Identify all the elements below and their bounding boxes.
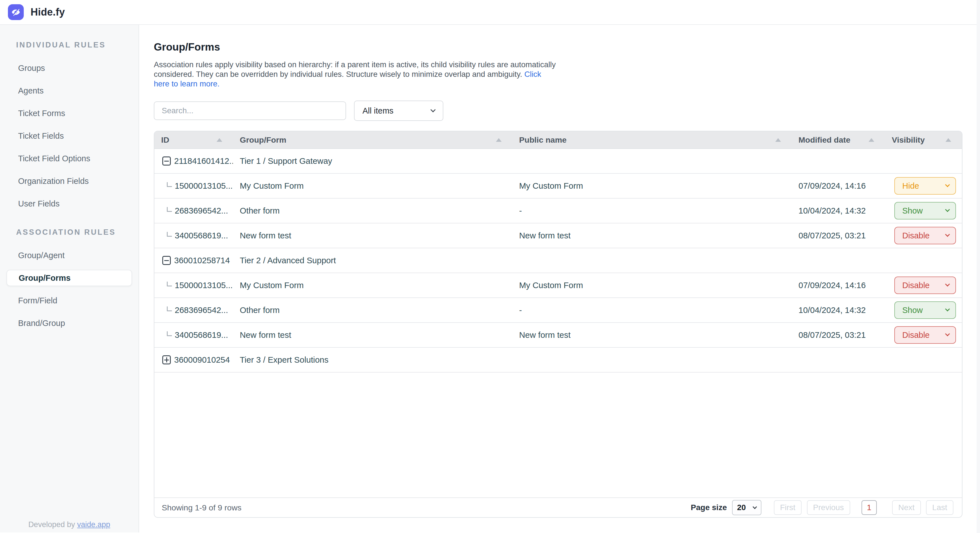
cell-visibility: Disable bbox=[885, 227, 962, 244]
pagination: Page size 20 First Previous 1 Next Last bbox=[691, 500, 953, 515]
sidebar-item-groups[interactable]: Groups bbox=[0, 57, 138, 79]
sort-icon[interactable] bbox=[216, 138, 222, 142]
cell-id: 2683696542... bbox=[154, 305, 233, 315]
column-header-modified-date[interactable]: Modified date bbox=[792, 135, 885, 144]
sidebar-section-label: ASSOCIATION RULES bbox=[16, 228, 138, 237]
sidebar-item-form-field[interactable]: Form/Field bbox=[0, 289, 138, 312]
tree-connector-icon bbox=[167, 182, 172, 187]
collapse-icon[interactable] bbox=[162, 256, 171, 265]
sort-icon[interactable] bbox=[775, 138, 781, 142]
table-controls: All items bbox=[154, 101, 980, 121]
tree-connector-icon bbox=[167, 306, 172, 311]
page-button-next: Next bbox=[892, 500, 921, 515]
cell-id: 15000013105... bbox=[154, 281, 233, 290]
tree-connector-icon bbox=[167, 207, 172, 212]
visibility-select[interactable]: Disable bbox=[894, 326, 956, 344]
sidebar-item-group-agent[interactable]: Group/Agent bbox=[0, 244, 138, 266]
table-row-child: 2683696542... Other form - 10/04/2024, 1… bbox=[154, 298, 962, 323]
visibility-value: Disable bbox=[902, 281, 930, 290]
table-row-child: 3400568619... New form test New form tes… bbox=[154, 224, 962, 248]
column-label: Modified date bbox=[799, 135, 851, 144]
id-text: 15000013105... bbox=[175, 281, 233, 290]
cell-id: 360010258714 bbox=[154, 255, 233, 265]
page-button-1[interactable]: 1 bbox=[862, 500, 877, 515]
chevron-down-icon bbox=[945, 182, 950, 187]
developed-by-text: Developed by bbox=[28, 520, 75, 529]
sidebar-item-ticket-field-options[interactable]: Ticket Field Options bbox=[0, 147, 138, 170]
visibility-value: Disable bbox=[902, 330, 930, 340]
page-description: Association rules apply visibility based… bbox=[154, 60, 558, 89]
cell-modified-date: 07/09/2024, 14:16 bbox=[792, 281, 885, 290]
column-header-group-form[interactable]: Group/Form bbox=[233, 135, 512, 144]
visibility-select[interactable]: Disable bbox=[894, 227, 956, 244]
cell-visibility: Show bbox=[885, 202, 962, 219]
cell-visibility: Disable bbox=[885, 276, 962, 294]
id-text: 2683696542... bbox=[175, 305, 228, 315]
visibility-select[interactable]: Show bbox=[894, 202, 956, 219]
column-header-id[interactable]: ID bbox=[154, 135, 233, 144]
column-header-visibility[interactable]: Visibility bbox=[885, 135, 962, 144]
column-header-public-name[interactable]: Public name bbox=[512, 135, 792, 144]
top-bar: Hide.fy bbox=[0, 0, 980, 25]
table-row-child: 3400568619... New form test New form tes… bbox=[154, 323, 962, 348]
sidebar-item-agents[interactable]: Agents bbox=[0, 79, 138, 102]
chevron-down-icon bbox=[945, 307, 950, 312]
cell-group-form: New form test bbox=[233, 231, 512, 240]
cell-group-form: Tier 1 / Support Gateway bbox=[233, 156, 512, 166]
tree-connector-icon bbox=[167, 282, 172, 286]
sidebar-item-ticket-fields[interactable]: Ticket Fields bbox=[0, 125, 138, 147]
cell-group-form: Other form bbox=[233, 305, 512, 315]
vaide-app-link[interactable]: vaide.app bbox=[77, 520, 110, 529]
cell-modified-date: 10/04/2024, 14:32 bbox=[792, 206, 885, 216]
table-header-row: ID Group/Form Public name Modified date … bbox=[154, 131, 962, 149]
rows-summary: Showing 1-9 of 9 rows bbox=[162, 503, 242, 512]
id-text: 360009010254 bbox=[174, 355, 230, 365]
page-size-select[interactable]: 20 bbox=[732, 500, 761, 515]
table-row-group: 360010258714 Tier 2 / Advanced Support bbox=[154, 248, 962, 273]
collapse-icon[interactable] bbox=[162, 157, 171, 165]
cell-id: 360009010254 bbox=[154, 355, 233, 365]
main-content: Group/Forms Association rules apply visi… bbox=[139, 25, 980, 533]
page-size-value: 20 bbox=[737, 503, 746, 512]
cell-id: 15000013105... bbox=[154, 181, 233, 191]
visibility-value: Show bbox=[902, 206, 923, 216]
cell-modified-date: 10/04/2024, 14:32 bbox=[792, 305, 885, 315]
id-text: 2683696542... bbox=[175, 206, 228, 216]
chevron-down-icon bbox=[752, 505, 757, 509]
visibility-select[interactable]: Show bbox=[894, 301, 956, 319]
sidebar-item-user-fields[interactable]: User Fields bbox=[0, 192, 138, 215]
table-row-group: 211841601412... Tier 1 / Support Gateway bbox=[154, 149, 962, 174]
visibility-select[interactable]: Disable bbox=[894, 276, 956, 294]
table-row-child: 15000013105... My Custom Form My Custom … bbox=[154, 273, 962, 298]
cell-id: 3400568619... bbox=[154, 231, 233, 240]
sort-icon[interactable] bbox=[869, 138, 874, 142]
cell-visibility: Show bbox=[885, 301, 962, 319]
table-row-group: 360009010254 Tier 3 / Expert Solutions bbox=[154, 348, 962, 373]
items-filter-select[interactable]: All items bbox=[354, 101, 443, 121]
app-logo bbox=[8, 4, 24, 20]
cell-id: 211841601412... bbox=[154, 156, 233, 166]
visibility-select[interactable]: Hide bbox=[894, 177, 956, 195]
cell-id: 3400568619... bbox=[154, 330, 233, 340]
id-text: 3400568619... bbox=[175, 330, 228, 340]
scrollbar-track[interactable] bbox=[977, 0, 980, 533]
sidebar-item-group-forms[interactable]: Group/Forms bbox=[6, 270, 132, 286]
sort-icon[interactable] bbox=[496, 138, 501, 142]
cell-public-name: - bbox=[512, 305, 792, 315]
search-input[interactable] bbox=[154, 102, 346, 120]
sidebar-item-brand-group[interactable]: Brand/Group bbox=[0, 312, 138, 335]
page-size-label: Page size bbox=[691, 503, 727, 512]
expand-icon[interactable] bbox=[162, 355, 171, 364]
id-text: 360010258714 bbox=[174, 255, 230, 265]
chevron-down-icon bbox=[945, 332, 950, 336]
cell-group-form: My Custom Form bbox=[233, 281, 512, 290]
tree-connector-icon bbox=[167, 232, 172, 237]
column-label: Group/Form bbox=[240, 135, 286, 144]
sidebar-item-organization-fields[interactable]: Organization Fields bbox=[0, 170, 138, 192]
cell-group-form: My Custom Form bbox=[233, 181, 512, 191]
sidebar-section-label: INDIVIDUAL RULES bbox=[16, 41, 138, 49]
sidebar-item-ticket-forms[interactable]: Ticket Forms bbox=[0, 102, 138, 125]
chevron-down-icon bbox=[430, 107, 436, 112]
table-empty-area bbox=[154, 373, 962, 497]
sort-icon[interactable] bbox=[945, 138, 951, 142]
